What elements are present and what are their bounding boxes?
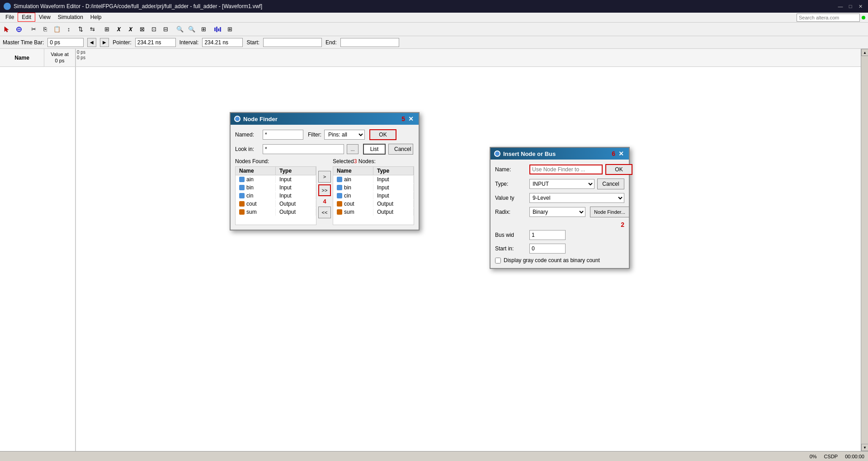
insert-name-label: Name: (495, 166, 527, 173)
filter-select[interactable]: Pins: all Pins: input Pins: output (324, 130, 365, 140)
selected-row-cin[interactable]: cin Input (333, 192, 414, 200)
toolbar-pointer-tool[interactable] (14, 24, 24, 35)
transfer-right-btn[interactable]: > (318, 171, 331, 183)
selected-col-name: Name (333, 167, 373, 175)
node-finder-close-btn[interactable]: ✕ (407, 115, 415, 123)
insert-radix-label: Radix: (495, 209, 527, 215)
menu-edit[interactable]: Edit (18, 13, 35, 22)
selected-row-cout[interactable]: cout Output (333, 200, 414, 208)
insert-bus-width-label: Bus wid (495, 232, 527, 238)
node-icon-cout (239, 201, 245, 207)
selected-nodes-label: Selected3 Nodes: (333, 158, 414, 165)
maximize-button[interactable]: □ (846, 2, 854, 10)
lookin-browse-btn[interactable]: ... (347, 144, 359, 154)
insert-type-select[interactable]: INPUT OUTPUT BIDIR (529, 179, 594, 189)
toolbar-zoom-fit[interactable]: ⊞ (198, 24, 209, 35)
transfer-all-left-btn[interactable]: << (318, 207, 331, 218)
selected-row-bin[interactable]: bin Input (333, 183, 414, 192)
toolbar-cut[interactable]: ✂ (28, 24, 39, 35)
insert-node-finder-btn[interactable]: Node Finder... (590, 207, 629, 217)
toolbar-select-tool[interactable] (2, 24, 13, 35)
toolbar-paste[interactable]: 📋 (52, 24, 62, 35)
pointer-input[interactable] (135, 38, 176, 47)
end-input[interactable] (340, 38, 399, 47)
insert-start-index-label: Start in: (495, 245, 527, 252)
lookin-label: Look in: (235, 146, 260, 152)
insert-annotation2: 2 (621, 221, 624, 228)
node-finder-ok-btn[interactable]: OK (369, 129, 396, 140)
found-row-cout[interactable]: cout Output (236, 200, 316, 208)
scroll-up-btn[interactable]: ▲ (861, 49, 868, 56)
toolbar-snap[interactable]: ↕ (63, 24, 74, 35)
toolbar-copy[interactable]: ⎘ (40, 24, 51, 35)
close-button[interactable]: ✕ (856, 2, 864, 10)
insert-start-index-input[interactable] (529, 244, 566, 254)
gray-code-checkbox[interactable] (495, 258, 501, 263)
start-input[interactable] (263, 38, 322, 47)
sel-icon-bin (337, 185, 342, 190)
interval-input[interactable] (202, 38, 243, 47)
col-value-header: Value at 0 ps (44, 49, 75, 66)
selected-row-ain[interactable]: ain Input (333, 175, 414, 183)
toolbar: ✂ ⎘ 📋 ↕ ⇅ ⇆ ⊞ 𝙓 𝙓 ⊠ ⊡ ⊟ 🔍 🔍 ⊞ ⊞ (0, 23, 868, 36)
node-finder-icon (234, 116, 241, 122)
toolbar-btn8[interactable]: 𝙓 (113, 24, 124, 35)
v-scrollbar[interactable]: ▲ ▼ (861, 49, 868, 451)
selected-row-sum[interactable]: sum Output (333, 208, 414, 216)
toolbar-extra[interactable]: ⊞ (224, 24, 235, 35)
lookin-input[interactable] (263, 144, 344, 154)
node-icon-bin (239, 185, 245, 190)
toolbar-btn7[interactable]: ⊞ (101, 24, 112, 35)
sel-icon-ain (337, 177, 342, 182)
found-row-cin[interactable]: cin Input (236, 192, 316, 200)
time-bar: Master Time Bar: ◀ ▶ Pointer: Interval: … (0, 36, 868, 49)
toolbar-btn11[interactable]: ⊡ (148, 24, 159, 35)
found-row-sum[interactable]: sum Output (236, 208, 316, 216)
transfer-all-right-btn[interactable]: >> (318, 184, 331, 196)
nodes-found-label: Nodes Found: (235, 158, 316, 165)
toolbar-flip-h[interactable]: ⇆ (87, 24, 98, 35)
end-label: End: (326, 39, 337, 46)
cancel-btn[interactable]: Cancel (388, 144, 413, 155)
sel-icon-sum (337, 209, 342, 215)
time-prev-btn[interactable]: ◀ (87, 38, 96, 47)
svg-rect-4 (216, 27, 217, 32)
menu-simulation[interactable]: Simulation (54, 13, 87, 21)
toolbar-flip-v[interactable]: ⇅ (75, 24, 86, 35)
search-input[interactable] (797, 14, 860, 22)
insert-node-icon (494, 151, 500, 157)
toolbar-zoom-out[interactable]: 🔍 (186, 24, 197, 35)
insert-radix-select[interactable]: Binary Hexadecimal Octal Unsigned Decima… (529, 207, 585, 217)
toolbar-waveform[interactable] (212, 24, 223, 35)
scroll-down-btn[interactable]: ▼ (861, 444, 868, 451)
time-next-btn[interactable]: ▶ (100, 38, 109, 47)
selected-nodes-section: Selected3 Nodes: Name Type ain Input bin… (333, 158, 414, 225)
toolbar-btn10[interactable]: ⊠ (137, 24, 147, 35)
list-btn[interactable]: List (363, 144, 386, 155)
insert-node-title: Insert Node or Bus (503, 151, 556, 157)
minimize-button[interactable]: — (836, 2, 844, 10)
insert-bus-width-input[interactable] (529, 230, 566, 240)
status-bar: 0% CSDP 00:00:00 (0, 451, 868, 461)
insert-cancel-btn[interactable]: Cancel (597, 179, 624, 189)
nodes-found-table: Name Type ain Input bin Input cin Input (235, 166, 316, 225)
insert-type-label: Type: (495, 181, 527, 187)
toolbar-zoom-in[interactable]: 🔍 (175, 24, 185, 35)
nodes-found-section: Nodes Found: Name Type ain Input bin Inp… (235, 158, 316, 225)
menu-view[interactable]: View (35, 13, 54, 21)
insert-value-type-select[interactable]: 9-Level Binary Hexadecimal (529, 193, 624, 203)
insert-node-titlebar[interactable]: Insert Node or Bus 6 ✕ (491, 148, 629, 160)
col-name-header: Name (0, 49, 44, 66)
menu-help[interactable]: Help (87, 13, 105, 21)
insert-name-input[interactable] (529, 165, 603, 174)
insert-ok-btn[interactable]: OK (605, 164, 632, 175)
named-input[interactable] (263, 130, 303, 140)
toolbar-btn9[interactable]: 𝙓 (125, 24, 136, 35)
found-row-bin[interactable]: bin Input (236, 183, 316, 192)
master-time-input[interactable] (47, 38, 84, 47)
node-finder-titlebar[interactable]: Node Finder 5 ✕ (231, 113, 419, 125)
menu-file[interactable]: File (2, 13, 18, 21)
found-row-ain[interactable]: ain Input (236, 175, 316, 183)
toolbar-btn12[interactable]: ⊟ (160, 24, 171, 35)
insert-node-close-btn[interactable]: ✕ (617, 150, 625, 158)
